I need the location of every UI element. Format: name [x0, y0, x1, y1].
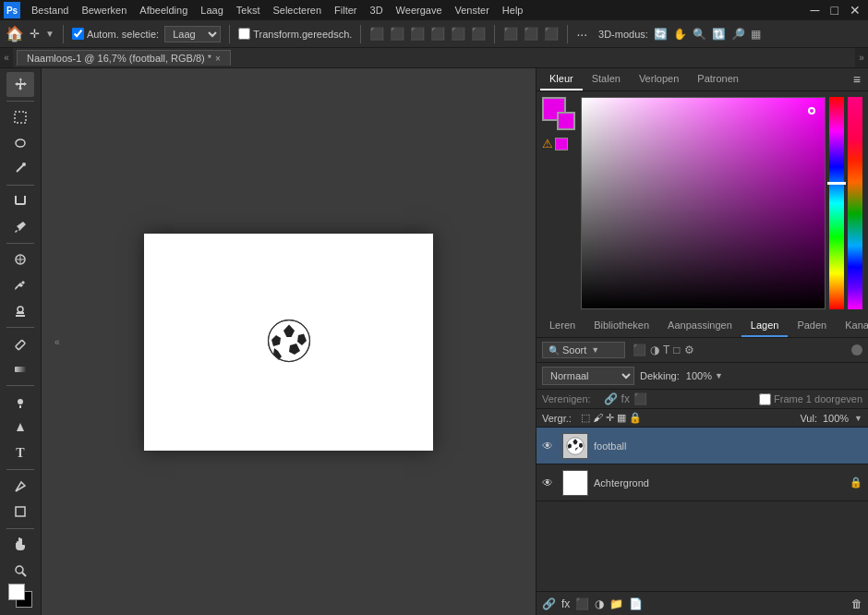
tab-stalen[interactable]: Stalen	[583, 68, 630, 90]
effects-icon[interactable]: fx	[621, 392, 630, 405]
foreground-color-swatch[interactable]	[8, 584, 25, 600]
lock-transparent-icon[interactable]: ⬚	[581, 412, 590, 424]
background-color-picker[interactable]	[557, 112, 575, 130]
magic-wand-button[interactable]	[6, 156, 34, 181]
align-center-v-icon[interactable]: ⬛	[451, 27, 465, 41]
tab-bibliotheken[interactable]: Bibliotheken	[585, 315, 658, 337]
more-options-icon[interactable]: ···	[576, 27, 587, 42]
auto-select-checkbox[interactable]	[72, 28, 84, 40]
tab-verlopen[interactable]: Verlopen	[630, 68, 688, 90]
hand-tool-button[interactable]	[6, 533, 34, 558]
add-style-icon[interactable]: fx	[561, 597, 570, 610]
tab-patronen[interactable]: Patronen	[688, 68, 748, 90]
canvas-area[interactable]: «	[42, 68, 536, 615]
3d-zoom-icon[interactable]: 🔍	[693, 28, 706, 41]
add-mask-icon[interactable]: ⬛	[575, 597, 589, 610]
menu-bestand[interactable]: Bestand	[26, 3, 74, 18]
menu-laag[interactable]: Laag	[195, 3, 228, 18]
minimize-button[interactable]: ─	[807, 3, 824, 18]
mask-icon[interactable]: ⬛	[633, 392, 647, 405]
filter-type-icon[interactable]: T	[663, 344, 669, 356]
color-range-slider[interactable]	[848, 97, 862, 309]
menu-selecteren[interactable]: Selecteren	[267, 3, 327, 18]
tab-close-button[interactable]: ×	[215, 54, 221, 64]
delete-layer-icon[interactable]: 🗑	[851, 597, 862, 610]
tab-kanalen[interactable]: Kanalen	[836, 315, 868, 337]
opacity-dropdown-arrow[interactable]: ▼	[715, 371, 723, 380]
menu-weergave[interactable]: Weergave	[391, 3, 448, 18]
spectrum-field[interactable]	[581, 97, 826, 309]
lock-all-icon[interactable]: 🔒	[629, 412, 642, 424]
maximize-button[interactable]: □	[827, 3, 842, 18]
lock-position-icon[interactable]: ✛	[606, 412, 614, 424]
3d-roll-icon[interactable]: 🔃	[712, 28, 726, 41]
filter-adjustment-icon[interactable]: ◑	[650, 344, 659, 356]
frame-checkbox[interactable]	[759, 393, 771, 405]
auto-select-dropdown[interactable]: Laag Groep	[164, 26, 221, 42]
lock-artboard-icon[interactable]: ▦	[617, 412, 626, 424]
dodge-tool-button[interactable]	[6, 390, 34, 415]
layer-item-football[interactable]: 👁 football	[536, 428, 868, 464]
tab-lagen[interactable]: Lagen	[741, 315, 789, 337]
layer-visibility-football[interactable]: 👁	[542, 440, 557, 452]
path-select-button[interactable]	[6, 474, 34, 499]
healing-brush-button[interactable]	[6, 247, 34, 272]
dist-v-icon[interactable]: ⬛	[524, 27, 538, 41]
3d-rotate-icon[interactable]: 🔄	[654, 28, 668, 41]
tab-kleur[interactable]: Kleur	[540, 68, 583, 90]
fill-dropdown-arrow[interactable]: ▼	[854, 414, 862, 423]
search-icon[interactable]: 🔎	[731, 28, 745, 41]
tab-aanpassingen[interactable]: Aanpassingen	[658, 315, 741, 337]
opacity-value[interactable]: 100%	[686, 370, 712, 381]
document-tab[interactable]: Naamloos-1 @ 16,7% (football, RGB/8) * ×	[17, 50, 231, 66]
tab-paden[interactable]: Paden	[788, 315, 836, 337]
menu-3d[interactable]: 3D	[365, 3, 389, 18]
stamp-tool-button[interactable]	[6, 298, 34, 323]
panel-collapse-left[interactable]: «	[0, 48, 13, 67]
fill-value[interactable]: 100%	[823, 413, 849, 424]
gradient-tool-button[interactable]	[6, 357, 34, 382]
filter-shape-icon[interactable]: □	[673, 344, 680, 356]
panel-collapse-right[interactable]: »	[855, 48, 868, 67]
color-panel-menu-icon[interactable]: ≡	[850, 68, 864, 90]
close-button[interactable]: ✕	[846, 3, 864, 18]
filter-smartobject-icon[interactable]: ⚙	[684, 344, 694, 356]
3d-pan-icon[interactable]: ✋	[673, 28, 687, 41]
align-center-h-icon[interactable]: ⬛	[390, 27, 404, 41]
filter-pixel-icon[interactable]: ⬛	[633, 344, 646, 356]
menu-tekst[interactable]: Tekst	[231, 3, 266, 18]
link-icon[interactable]: 🔗	[604, 392, 618, 405]
web-safe-color-swatch[interactable]	[555, 138, 568, 151]
canvas-left-expand[interactable]: «	[54, 337, 60, 347]
crop-tool-button[interactable]	[6, 189, 34, 214]
filter-search-box[interactable]: 🔍 Soort ▼	[542, 342, 625, 358]
shape-tool-button[interactable]	[6, 500, 34, 525]
new-group-icon[interactable]: 📁	[609, 597, 623, 610]
menu-filter[interactable]: Filter	[329, 3, 362, 18]
dist-extra-icon[interactable]: ⬛	[544, 27, 559, 41]
layer-visibility-background[interactable]: 👁	[542, 476, 557, 489]
lasso-tool-button[interactable]	[6, 130, 34, 155]
menu-afbeelding[interactable]: Afbeelding	[134, 3, 193, 18]
blend-mode-dropdown[interactable]: Normaal Oplossen Donkerder Vermenigvuldi…	[542, 367, 634, 385]
align-right-icon[interactable]: ⬛	[410, 27, 425, 41]
new-layer-icon[interactable]: 📄	[629, 597, 643, 610]
move-options-arrow[interactable]: ▼	[45, 29, 54, 39]
text-tool-button[interactable]: T	[6, 441, 34, 466]
move-tool-icon[interactable]: ✛	[30, 27, 40, 41]
pen-tool-button[interactable]	[6, 416, 34, 440]
layer-item-background[interactable]: 👁 Achtergrond 🔒	[536, 464, 868, 501]
eraser-tool-button[interactable]	[6, 332, 34, 356]
hue-slider[interactable]	[829, 97, 844, 309]
filter-dropdown-arrow[interactable]: ▼	[591, 345, 599, 355]
new-adjustment-icon[interactable]: ◑	[595, 597, 604, 610]
transform-checkbox[interactable]	[238, 28, 250, 40]
lock-image-icon[interactable]: 🖌	[593, 412, 603, 424]
brush-tool-button[interactable]	[6, 273, 34, 298]
color-warning-icon[interactable]: ⚠	[542, 137, 553, 151]
dist-h-icon[interactable]: ⬛	[503, 27, 518, 41]
move-tool-button[interactable]	[6, 72, 34, 97]
menu-bewerken[interactable]: Bewerken	[76, 3, 132, 18]
align-top-icon[interactable]: ⬛	[430, 27, 445, 41]
marquee-tool-button[interactable]	[6, 105, 34, 130]
